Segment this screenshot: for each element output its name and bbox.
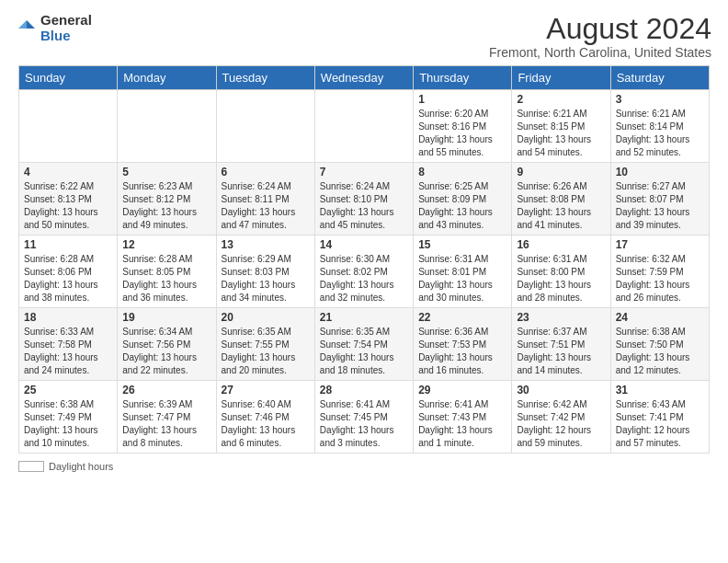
calendar-week-row: 25Sunrise: 6:38 AMSunset: 7:49 PMDayligh…	[19, 381, 710, 454]
calendar-week-row: 1Sunrise: 6:20 AMSunset: 8:16 PMDaylight…	[19, 90, 710, 163]
day-info: Sunrise: 6:35 AMSunset: 7:54 PMDaylight:…	[320, 326, 408, 377]
title-block: August 2024 Fremont, North Carolina, Uni…	[489, 13, 711, 60]
day-number: 5	[122, 166, 210, 178]
calendar-cell: 6Sunrise: 6:24 AMSunset: 8:11 PMDaylight…	[216, 163, 314, 236]
day-number: 22	[418, 311, 506, 324]
legend: Daylight hours	[9, 461, 719, 472]
calendar-table: SundayMondayTuesdayWednesdayThursdayFrid…	[18, 65, 710, 454]
page-header: General Blue August 2024 Fremont, North …	[0, 0, 728, 65]
day-number: 7	[320, 166, 408, 178]
day-number: 9	[517, 166, 605, 178]
logo-icon	[17, 18, 37, 39]
calendar-cell: 19Sunrise: 6:34 AMSunset: 7:56 PMDayligh…	[118, 308, 216, 381]
day-info: Sunrise: 6:24 AMSunset: 8:11 PMDaylight:…	[222, 180, 310, 232]
calendar-cell	[19, 90, 118, 163]
day-number: 28	[320, 384, 408, 396]
day-of-week-header: Sunday	[19, 66, 118, 90]
day-number: 3	[616, 93, 704, 106]
logo: General Blue	[17, 13, 92, 43]
day-number: 1	[418, 93, 506, 106]
calendar-body: 1Sunrise: 6:20 AMSunset: 8:16 PMDaylight…	[19, 90, 710, 454]
calendar-week-row: 11Sunrise: 6:28 AMSunset: 8:06 PMDayligh…	[19, 236, 710, 308]
calendar-cell: 28Sunrise: 6:41 AMSunset: 7:45 PMDayligh…	[314, 381, 413, 454]
calendar-cell: 5Sunrise: 6:23 AMSunset: 8:12 PMDaylight…	[118, 163, 216, 236]
day-info: Sunrise: 6:40 AMSunset: 7:46 PMDaylight:…	[222, 398, 310, 450]
calendar-cell: 16Sunrise: 6:31 AMSunset: 8:00 PMDayligh…	[512, 236, 610, 308]
calendar-cell: 21Sunrise: 6:35 AMSunset: 7:54 PMDayligh…	[314, 308, 413, 381]
day-info: Sunrise: 6:21 AMSunset: 8:15 PMDaylight:…	[517, 108, 605, 159]
calendar-cell: 13Sunrise: 6:29 AMSunset: 8:03 PMDayligh…	[216, 236, 314, 308]
day-info: Sunrise: 6:34 AMSunset: 7:56 PMDaylight:…	[122, 326, 210, 377]
day-number: 2	[517, 93, 605, 106]
calendar-cell: 27Sunrise: 6:40 AMSunset: 7:46 PMDayligh…	[216, 381, 314, 454]
day-info: Sunrise: 6:29 AMSunset: 8:03 PMDaylight:…	[222, 253, 310, 304]
day-number: 12	[122, 238, 210, 251]
calendar-cell: 10Sunrise: 6:27 AMSunset: 8:07 PMDayligh…	[610, 163, 709, 236]
day-of-week-header: Monday	[118, 66, 216, 90]
day-of-week-header: Wednesday	[314, 66, 413, 90]
day-info: Sunrise: 6:20 AMSunset: 8:16 PMDaylight:…	[418, 108, 506, 159]
day-of-week-header: Thursday	[414, 66, 512, 90]
day-info: Sunrise: 6:22 AMSunset: 8:13 PMDaylight:…	[24, 180, 112, 232]
day-info: Sunrise: 6:24 AMSunset: 8:10 PMDaylight:…	[320, 180, 408, 232]
subtitle: Fremont, North Carolina, United States	[489, 45, 711, 60]
day-number: 13	[222, 238, 310, 251]
day-info: Sunrise: 6:23 AMSunset: 8:12 PMDaylight:…	[122, 180, 210, 232]
calendar-cell: 17Sunrise: 6:32 AMSunset: 7:59 PMDayligh…	[610, 236, 709, 308]
calendar-cell: 22Sunrise: 6:36 AMSunset: 7:53 PMDayligh…	[414, 308, 512, 381]
calendar-cell: 26Sunrise: 6:39 AMSunset: 7:47 PMDayligh…	[118, 381, 216, 454]
calendar-cell: 3Sunrise: 6:21 AMSunset: 8:14 PMDaylight…	[610, 90, 709, 163]
day-info: Sunrise: 6:28 AMSunset: 8:06 PMDaylight:…	[24, 253, 112, 304]
calendar-cell: 8Sunrise: 6:25 AMSunset: 8:09 PMDaylight…	[414, 163, 512, 236]
day-number: 19	[122, 311, 210, 324]
day-info: Sunrise: 6:31 AMSunset: 8:00 PMDaylight:…	[517, 253, 605, 304]
day-number: 8	[418, 166, 506, 178]
calendar-cell: 12Sunrise: 6:28 AMSunset: 8:05 PMDayligh…	[118, 236, 216, 308]
day-info: Sunrise: 6:38 AMSunset: 7:49 PMDaylight:…	[24, 398, 112, 450]
calendar-cell: 24Sunrise: 6:38 AMSunset: 7:50 PMDayligh…	[610, 308, 709, 381]
day-info: Sunrise: 6:41 AMSunset: 7:45 PMDaylight:…	[320, 398, 408, 450]
day-number: 17	[616, 238, 704, 251]
calendar-wrapper: SundayMondayTuesdayWednesdayThursdayFrid…	[0, 65, 728, 481]
calendar-cell: 23Sunrise: 6:37 AMSunset: 7:51 PMDayligh…	[512, 308, 610, 381]
day-info: Sunrise: 6:21 AMSunset: 8:14 PMDaylight:…	[616, 108, 704, 159]
day-number: 10	[616, 166, 704, 178]
day-info: Sunrise: 6:43 AMSunset: 7:41 PMDaylight:…	[616, 398, 704, 450]
day-number: 15	[418, 238, 506, 251]
logo-text: General Blue	[40, 13, 92, 43]
calendar-cell: 4Sunrise: 6:22 AMSunset: 8:13 PMDaylight…	[19, 163, 118, 236]
day-info: Sunrise: 6:36 AMSunset: 7:53 PMDaylight:…	[418, 326, 506, 377]
day-of-week-header: Saturday	[610, 66, 709, 90]
calendar-cell	[216, 90, 314, 163]
svg-marker-1	[18, 20, 27, 29]
day-number: 4	[24, 166, 112, 178]
calendar-cell: 2Sunrise: 6:21 AMSunset: 8:15 PMDaylight…	[512, 90, 610, 163]
calendar-cell: 31Sunrise: 6:43 AMSunset: 7:41 PMDayligh…	[610, 381, 709, 454]
calendar-cell: 18Sunrise: 6:33 AMSunset: 7:58 PMDayligh…	[19, 308, 118, 381]
day-number: 31	[616, 384, 704, 396]
svg-marker-0	[27, 20, 35, 29]
day-number: 21	[320, 311, 408, 324]
day-info: Sunrise: 6:41 AMSunset: 7:43 PMDaylight:…	[418, 398, 506, 450]
day-of-week-header: Tuesday	[216, 66, 314, 90]
day-number: 23	[517, 311, 605, 324]
calendar-header: SundayMondayTuesdayWednesdayThursdayFrid…	[19, 66, 710, 90]
day-number: 29	[418, 384, 506, 396]
day-number: 30	[517, 384, 605, 396]
logo-general-text: General	[40, 13, 92, 29]
day-info: Sunrise: 6:38 AMSunset: 7:50 PMDaylight:…	[616, 326, 704, 377]
day-number: 14	[320, 238, 408, 251]
legend-box	[18, 461, 44, 472]
day-number: 11	[24, 238, 112, 251]
calendar-cell: 14Sunrise: 6:30 AMSunset: 8:02 PMDayligh…	[314, 236, 413, 308]
day-number: 26	[122, 384, 210, 396]
day-number: 25	[24, 384, 112, 396]
calendar-cell: 15Sunrise: 6:31 AMSunset: 8:01 PMDayligh…	[414, 236, 512, 308]
calendar-cell: 7Sunrise: 6:24 AMSunset: 8:10 PMDaylight…	[314, 163, 413, 236]
calendar-cell: 9Sunrise: 6:26 AMSunset: 8:08 PMDaylight…	[512, 163, 610, 236]
day-number: 20	[222, 311, 310, 324]
calendar-cell: 29Sunrise: 6:41 AMSunset: 7:43 PMDayligh…	[414, 381, 512, 454]
logo-blue-text: Blue	[40, 29, 92, 44]
day-info: Sunrise: 6:35 AMSunset: 7:55 PMDaylight:…	[222, 326, 310, 377]
day-info: Sunrise: 6:25 AMSunset: 8:09 PMDaylight:…	[418, 180, 506, 232]
